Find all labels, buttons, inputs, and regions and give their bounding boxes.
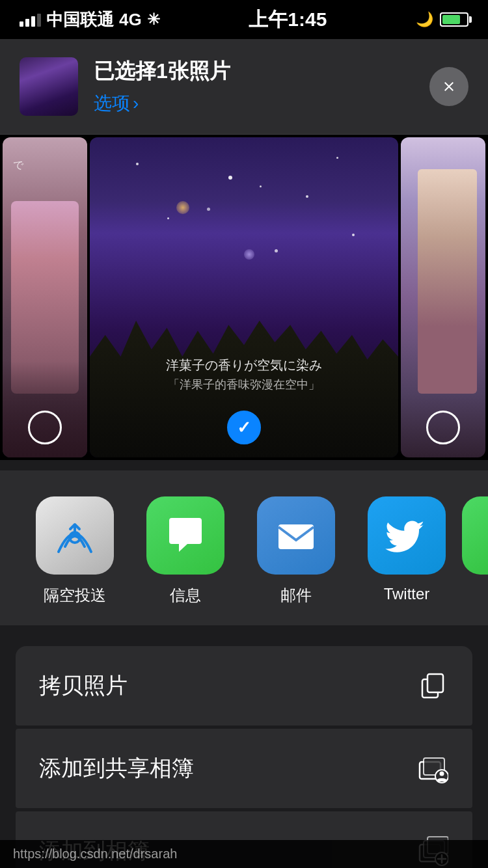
messages-label: 信息 bbox=[170, 585, 201, 606]
twitter-icon bbox=[368, 496, 446, 575]
network-label: 4G bbox=[119, 10, 142, 30]
chinese-text: 「洋果子的香味弥漫在空中」 bbox=[90, 377, 398, 392]
share-header-text: 已选择1张照片 选项 › bbox=[94, 57, 230, 116]
time-label: 上午1:45 bbox=[249, 7, 327, 33]
mail-svg bbox=[273, 513, 319, 558]
options-link[interactable]: 选项 › bbox=[94, 91, 230, 116]
selection-circle-2[interactable]: ✓ bbox=[227, 411, 261, 444]
options-label: 选项 bbox=[94, 91, 130, 116]
battery-icon bbox=[440, 12, 468, 27]
separator-2 bbox=[0, 625, 488, 636]
photo-item-2[interactable]: 洋菓子の香りが空気に染み 「洋果子的香味弥漫在空中」 ✓ bbox=[90, 137, 398, 457]
airdrop-label: 隔空投送 bbox=[44, 585, 106, 606]
close-icon bbox=[441, 79, 457, 94]
airdrop-svg bbox=[52, 513, 98, 558]
shared-album-icon bbox=[416, 752, 449, 785]
add-shared-album-label: 添加到共享相簿 bbox=[39, 753, 194, 783]
photo-item-3[interactable] bbox=[401, 137, 485, 457]
action-copy-photo[interactable]: 拷贝照片 bbox=[16, 646, 472, 726]
copy-photo-label: 拷贝照片 bbox=[39, 671, 128, 701]
messages-svg bbox=[163, 513, 208, 558]
options-chevron: › bbox=[133, 93, 139, 114]
photo-item-1[interactable]: で bbox=[3, 137, 87, 457]
svg-rect-1 bbox=[278, 524, 314, 549]
wifi-icon: ✳ bbox=[147, 10, 160, 29]
url-text: https://blog.csdn.net/drsarah bbox=[13, 847, 177, 861]
apps-row: 隔空投送 信息 邮件 bbox=[20, 496, 468, 606]
selection-circle-1[interactable] bbox=[28, 411, 62, 444]
action-add-shared-album[interactable]: 添加到共享相簿 bbox=[16, 729, 472, 808]
status-right: 🌙 bbox=[416, 11, 468, 28]
share-header-left: 已选择1张照片 选项 › bbox=[20, 57, 230, 116]
photo-bg-1: で bbox=[3, 137, 87, 457]
svg-point-7 bbox=[440, 772, 444, 776]
copy-icon bbox=[416, 670, 449, 702]
status-bar: 中国联通 4G ✳ 上午1:45 🌙 bbox=[0, 0, 488, 39]
share-apps-section: 隔空投送 信息 邮件 bbox=[0, 470, 488, 625]
mail-icon bbox=[257, 496, 335, 575]
moon-icon: 🌙 bbox=[416, 11, 433, 28]
selection-circle-3[interactable] bbox=[426, 411, 460, 444]
mail-label: 邮件 bbox=[280, 585, 312, 606]
photo-bg-3 bbox=[401, 137, 485, 457]
svg-rect-3 bbox=[427, 674, 443, 692]
twitter-label: Twitter bbox=[384, 585, 430, 603]
signal-icon bbox=[20, 12, 41, 27]
carrier-label: 中国联通 bbox=[46, 8, 114, 31]
selected-count-label: 已选择1张照片 bbox=[94, 57, 230, 86]
app-item-twitter[interactable]: Twitter bbox=[351, 496, 462, 606]
separator-1 bbox=[0, 460, 488, 470]
app-item-messages[interactable]: 信息 bbox=[130, 496, 241, 606]
close-button[interactable] bbox=[429, 67, 468, 106]
app-item-airdrop[interactable]: 隔空投送 bbox=[20, 496, 130, 606]
japanese-text: 洋菓子の香りが空気に染み bbox=[90, 357, 398, 374]
photo-bg-2: 洋菓子の香りが空気に染み 「洋果子的香味弥漫在空中」 bbox=[90, 137, 398, 457]
photo-text-overlay: 洋菓子の香りが空気に染み 「洋果子的香味弥漫在空中」 bbox=[90, 357, 398, 392]
action-list: 拷贝照片 添加到共享相簿 添加到相簿 bbox=[16, 646, 472, 868]
twitter-svg bbox=[384, 513, 429, 558]
selected-photo-thumbnail bbox=[20, 57, 78, 116]
share-header: 已选择1张照片 选项 › bbox=[0, 39, 488, 135]
photo-picker: で 洋菓子の香りが空気に染み 「洋果子的香味弥漫在空中」 bbox=[0, 135, 488, 460]
status-left: 中国联通 4G ✳ bbox=[20, 8, 160, 31]
messages-icon bbox=[146, 496, 224, 575]
next-app-icon-partial bbox=[462, 496, 488, 575]
airdrop-icon bbox=[36, 496, 114, 575]
checkmark-icon: ✓ bbox=[237, 418, 251, 438]
app-item-next-partial[interactable] bbox=[462, 496, 488, 606]
url-bar: https://blog.csdn.net/drsarah bbox=[0, 840, 488, 868]
app-item-mail[interactable]: 邮件 bbox=[241, 496, 351, 606]
